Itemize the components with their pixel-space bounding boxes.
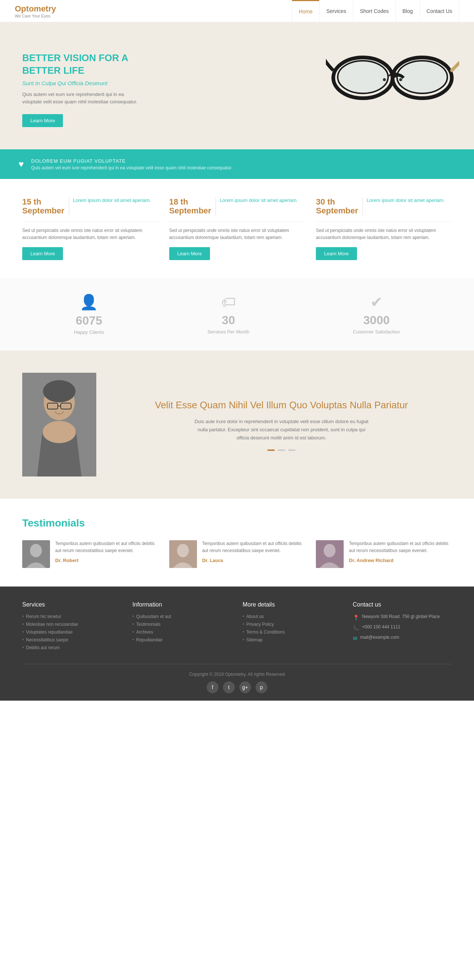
email-icon: ✉ xyxy=(353,635,357,641)
twitter-icon[interactable]: t xyxy=(223,681,235,693)
heart-icon: ♥ xyxy=(19,159,24,169)
testimonial-body-2: Temporibus autem quibusdam et aut offici… xyxy=(349,540,452,568)
event-cta-button[interactable]: Learn More xyxy=(22,247,63,260)
hero-section: BETTER VISION FOR A BETTER LIFE Sunt In … xyxy=(0,22,474,149)
main-nav: HomeServicesShort CodesBlogContact Us xyxy=(292,0,459,22)
footer-service-item: Voluptates repudiandae xyxy=(22,630,122,635)
testimonial-name-2: Dr. Andrew Richard xyxy=(349,558,452,563)
pinterest-icon[interactable]: p xyxy=(255,681,267,693)
person-image xyxy=(22,373,96,476)
footer-services: Services Rerum hic teneturMolestiae non … xyxy=(22,601,122,653)
hero-cta-button[interactable]: Learn More xyxy=(22,114,63,127)
event-date: 15 th September xyxy=(22,197,69,215)
footer-more-item: Sitemap xyxy=(243,637,342,643)
event-date-row: 15 th September Lorem ipsum dolor sit am… xyxy=(22,197,158,215)
footer-contact-title: Contact us xyxy=(353,601,452,608)
google-plus-icon[interactable]: g+ xyxy=(239,681,251,693)
hero-glasses-image xyxy=(326,37,459,119)
event-date: 18 th September xyxy=(169,197,216,215)
logo: Optometry We Care Your Eyes xyxy=(15,4,56,18)
nav-item-home[interactable]: Home xyxy=(292,0,319,22)
glasses-svg xyxy=(326,37,459,104)
event-card-2: 30 th September Lorem ipsum dolor sit am… xyxy=(316,197,452,260)
avatar-svg xyxy=(22,540,50,568)
footer-phone: 📞 +000 100 444 1111 xyxy=(353,624,452,631)
testimonial-avatar-1 xyxy=(169,540,197,568)
copyright-text: Copyright © 2019 Optometry. All rights R… xyxy=(22,672,452,677)
footer-more-item: Terms & Conditions xyxy=(243,630,342,635)
testimonial-name-1: Dr. Laura xyxy=(202,558,305,563)
avatar-placeholder xyxy=(316,540,344,568)
nav-item-services[interactable]: Services xyxy=(319,0,353,22)
events-grid: 15 th September Lorem ipsum dolor sit am… xyxy=(22,197,452,260)
event-date-row: 30 th September Lorem ipsum dolor sit am… xyxy=(316,197,452,215)
hero-description: Quis autem vel eum iure reprehenderit qu… xyxy=(22,91,141,107)
slider-dot-2[interactable] xyxy=(278,449,285,451)
footer-service-item: Debitis aut rerum xyxy=(22,645,122,650)
feature-banner: ♥ DOLOREM EUM FUGIAT VOLUPTATE Quis aute… xyxy=(0,149,474,179)
testimonial-card-2: Temporibus autem quibusdam et aut offici… xyxy=(316,540,452,568)
footer-more-details-list: About usPrivacy PolicyTerms & Conditions… xyxy=(243,614,342,643)
testimonial-hero-content: Velit Esse Quam Nihil Vel Illum Quo Volu… xyxy=(111,398,452,451)
hero-title-prefix: BETTER VISION xyxy=(22,52,99,64)
footer-more-details-title: More details xyxy=(243,601,342,608)
footer-phone-text: +000 100 444 1111 xyxy=(362,624,401,630)
footer-contact: Contact us 📍 Newyork Still Road. 756 gt … xyxy=(353,601,452,653)
avatar-placeholder xyxy=(169,540,197,568)
nav-item-contact-us[interactable]: Contact Us xyxy=(420,0,459,22)
svg-point-4 xyxy=(383,78,386,81)
svg-point-1 xyxy=(338,61,388,93)
footer-email: ✉ mail@example.com xyxy=(353,635,452,641)
footer-more-details: More details About usPrivacy PolicyTerms… xyxy=(243,601,342,653)
testimonial-avatar-0 xyxy=(22,540,50,568)
testimonial-body-0: Temporibus autem quibusdam et aut offici… xyxy=(55,540,158,568)
avatar-svg xyxy=(169,540,197,568)
site-header: Optometry We Care Your Eyes HomeServices… xyxy=(0,0,474,22)
event-card-1: 18 th September Lorem ipsum dolor sit am… xyxy=(169,197,305,260)
footer-information-title: Information xyxy=(133,601,232,608)
location-icon: 📍 xyxy=(353,615,359,620)
svg-point-3 xyxy=(397,61,447,93)
stat-label-0: Happy Clients xyxy=(74,329,104,336)
testimonials-grid: Temporibus autem quibusdam et aut offici… xyxy=(22,540,452,568)
event-date: 30 th September xyxy=(316,197,363,215)
event-tag: Lorem ipsum dolor sit amet aperiam. xyxy=(366,197,445,203)
testimonial-text-0: Temporibus autem quibusdam et aut offici… xyxy=(55,540,158,554)
footer-email-text: mail@example.com xyxy=(360,635,399,640)
stat-number-0: 6075 xyxy=(76,314,102,328)
footer-services-list: Rerum hic teneturMolestiae non recusanda… xyxy=(22,614,122,650)
slider-dot-1[interactable] xyxy=(267,449,275,451)
stat-item-1: 🏷 30 Services Per Month xyxy=(208,294,249,335)
logo-name: Optometry xyxy=(15,4,56,14)
testimonial-card-1: Temporibus autem quibusdam et aut offici… xyxy=(169,540,305,568)
footer-information: Information Quibusdam et autTestimonials… xyxy=(133,601,232,653)
nav-item-blog[interactable]: Blog xyxy=(395,0,420,22)
nav-item-short-codes[interactable]: Short Codes xyxy=(353,0,395,22)
svg-point-12 xyxy=(43,421,76,443)
footer-info-item: Testimonials xyxy=(133,622,232,627)
svg-point-5 xyxy=(399,78,402,81)
event-description: Sed ut perspiciatis unde omnis iste natu… xyxy=(316,221,452,241)
stat-label-1: Services Per Month xyxy=(208,329,249,335)
hero-subtitle: Sunt In Culpa Qui Officia Deserunt xyxy=(22,80,141,86)
footer-info-item: Repudiandae xyxy=(133,637,232,643)
slider-dot-3[interactable] xyxy=(288,449,295,451)
events-section: 15 th September Lorem ipsum dolor sit am… xyxy=(0,179,474,278)
footer-service-item: Molestiae non recusandae xyxy=(22,622,122,627)
event-tag: Lorem ipsum dolor sit amet aperiam. xyxy=(73,197,151,203)
svg-point-15 xyxy=(323,544,336,557)
stat-label-2: Customer Satisfaction xyxy=(353,329,400,335)
footer-more-item: Privacy Policy xyxy=(243,622,342,627)
testimonials-section-title: Testimonials xyxy=(22,517,452,529)
testimonial-name-0: Dr. Robert xyxy=(55,558,158,563)
footer-service-item: Rerum hic tenetur xyxy=(22,614,122,619)
footer-service-item: Necessitatibus saepe xyxy=(22,637,122,643)
testimonial-text-1: Temporibus autem quibusdam et aut offici… xyxy=(202,540,305,554)
footer-address-text: Newyork Still Road. 756 gt globel Place xyxy=(362,614,440,619)
event-cta-button[interactable]: Learn More xyxy=(169,247,210,260)
testimonials-section: Testimonials Temporibus autem quibusdam … xyxy=(0,499,474,587)
facebook-icon[interactable]: f xyxy=(207,681,219,693)
logo-tagline: We Care Your Eyes xyxy=(15,14,56,18)
avatar-svg xyxy=(316,540,344,568)
event-cta-button[interactable]: Learn More xyxy=(316,247,357,260)
